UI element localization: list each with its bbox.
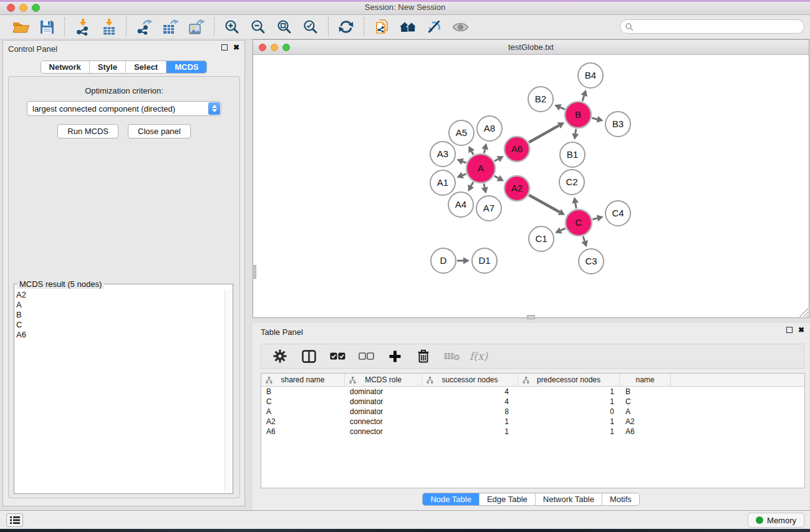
column-header-mcds-role[interactable]: MCDS role (345, 374, 422, 386)
window-resize-grip[interactable] (799, 308, 808, 317)
graph-edge-A-A1[interactable] (463, 174, 466, 175)
tab-select[interactable]: Select (125, 61, 166, 73)
home-button[interactable] (396, 17, 420, 37)
zoom-in-icon (224, 19, 239, 34)
column-header-successor-nodes[interactable]: successor nodes (422, 374, 518, 386)
result-item[interactable]: A6 (16, 330, 224, 340)
memory-button[interactable]: Memory (748, 513, 804, 528)
graph-edge-A-A6[interactable] (494, 159, 498, 161)
graph-edge-B-B3[interactable] (592, 118, 597, 119)
zoom-selected-button[interactable] (299, 17, 322, 37)
criterion-dropdown[interactable]: largest connected component (directed) (27, 101, 221, 116)
tab-network[interactable]: Network (41, 61, 89, 73)
select-all-columns-button[interactable] (326, 346, 349, 366)
cell-predecessor-nodes: 1 (518, 427, 620, 436)
column-header-shared-name[interactable]: shared name (261, 374, 345, 386)
function-builder-button[interactable]: f(x) (470, 350, 488, 362)
result-item[interactable]: C (16, 320, 224, 330)
tab-style[interactable]: Style (89, 61, 125, 73)
refresh-layout-button[interactable] (334, 17, 358, 37)
export-image-button[interactable] (185, 17, 208, 37)
graph-edge-arrowhead (597, 215, 604, 222)
table-panel: Table Panel (253, 323, 809, 510)
graph-edge-B-B4[interactable] (582, 95, 584, 101)
result-scrollbar[interactable] (224, 290, 232, 492)
show-hide-panels-button[interactable] (448, 17, 472, 37)
import-table-button[interactable] (97, 17, 120, 37)
result-item[interactable]: B (16, 310, 224, 320)
graph-edge-A-A4[interactable] (471, 182, 473, 186)
graph-edge-C-C2[interactable] (576, 203, 576, 209)
split-view-button[interactable] (297, 346, 320, 366)
export-table-button[interactable] (158, 17, 182, 37)
tab-motifs[interactable]: Motifs (602, 493, 639, 505)
search-field[interactable] (620, 19, 804, 34)
optimization-criterion-label: Optimization criterion: (9, 86, 239, 95)
graph-node-label: A5 (456, 127, 467, 138)
graph-edge-A6-B[interactable] (529, 125, 559, 142)
bottom-splitter-grip[interactable] (527, 315, 535, 319)
cell-mcds-role: dominator (345, 397, 422, 406)
column-label: predecessor nodes (537, 375, 600, 384)
close-panel-button[interactable]: Close panel (128, 124, 191, 138)
float-panel-icon[interactable] (221, 44, 228, 51)
list-icon (10, 516, 20, 525)
left-splitter-grip[interactable] (253, 265, 256, 279)
search-input[interactable] (636, 21, 804, 32)
refresh-icon (339, 19, 354, 34)
graph-edge-A-A5[interactable] (471, 152, 473, 155)
graph-edge-A-A8[interactable] (484, 149, 485, 153)
column-header-predecessor-nodes[interactable]: predecessor nodes (518, 374, 620, 386)
result-item[interactable]: A (16, 300, 224, 310)
add-column-button[interactable] (383, 346, 406, 366)
duplicate-network-button[interactable] (370, 17, 393, 37)
table-row[interactable]: A dominator 8 0 A (261, 407, 804, 417)
network-window-titlebar[interactable]: testGlobe.txt (253, 40, 809, 55)
control-panel-title: Control Panel (8, 44, 57, 54)
save-session-button[interactable] (35, 17, 59, 37)
table-row[interactable]: A2 connector 1 1 A2 (261, 417, 804, 427)
zoom-fit-button[interactable] (272, 17, 296, 37)
show-graphics-details-button[interactable] (422, 17, 446, 37)
run-mcds-button[interactable]: Run MCDS (57, 124, 118, 138)
graph-edge-C-C1[interactable] (561, 228, 566, 230)
close-panel-icon[interactable] (233, 44, 239, 51)
graph-edge-C-C3[interactable] (583, 236, 585, 241)
column-header-name[interactable]: name (620, 374, 671, 386)
table-row[interactable]: C dominator 4 1 C (261, 397, 804, 407)
graph-edge-A-A3[interactable] (463, 162, 466, 163)
open-file-button[interactable] (9, 17, 32, 37)
table-row[interactable]: B dominator 4 1 B (261, 387, 804, 397)
graph-edge-B-B1[interactable] (576, 129, 576, 134)
deselect-all-columns-button[interactable] (355, 346, 377, 366)
delete-columns-button[interactable] (412, 346, 435, 366)
tab-node-table[interactable]: Node Table (423, 493, 479, 505)
graph-edge-A2-C[interactable] (529, 195, 559, 212)
tab-network-table[interactable]: Network Table (535, 493, 602, 505)
float-table-panel-icon[interactable] (786, 327, 793, 333)
mcds-result-list[interactable]: A2 A B C A6 (16, 290, 224, 492)
export-network-button[interactable] (132, 17, 156, 37)
graph-edge-A-A7[interactable] (484, 183, 485, 187)
toolbar-separator (364, 17, 364, 36)
network-graph[interactable]: B4B2BB3A8A5A6A3B1AA1C2A2A4A7C4CC1C3DD1 (253, 55, 809, 317)
delete-table-button[interactable] (441, 346, 463, 366)
tab-edge-table[interactable]: Edge Table (479, 493, 535, 505)
task-history-button[interactable] (6, 513, 23, 527)
network-canvas[interactable]: B4B2BB3A8A5A6A3B1AA1C2A2A4A7C4CC1C3DD1 (253, 55, 809, 317)
checked-boxes-icon (330, 351, 345, 361)
graph-edge-B-B2[interactable] (560, 107, 564, 109)
column-label: MCDS role (365, 375, 402, 384)
close-table-panel-icon[interactable] (798, 327, 804, 333)
graph-edge-A-A2[interactable] (494, 176, 498, 178)
result-item[interactable]: A2 (16, 290, 224, 300)
cell-name: A6 (620, 427, 671, 436)
delete-table-icon (444, 351, 460, 361)
table-settings-button[interactable] (269, 346, 291, 366)
graph-edge-C-C4[interactable] (592, 218, 597, 220)
import-network-button[interactable] (70, 17, 94, 37)
table-row[interactable]: A6 connector 1 1 A6 (261, 427, 804, 437)
zoom-in-button[interactable] (220, 17, 244, 37)
zoom-out-button[interactable] (246, 17, 270, 37)
tab-mcds[interactable]: MCDS (166, 61, 206, 73)
